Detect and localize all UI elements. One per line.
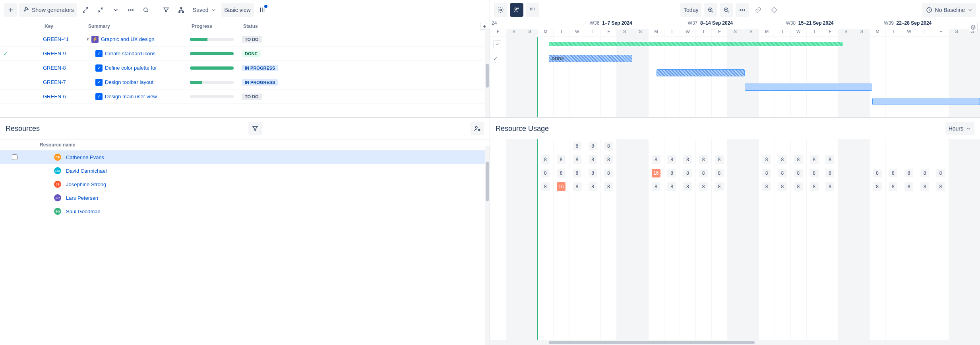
hours-chip[interactable]: 8 [715,169,724,177]
hours-chip[interactable]: 8 [683,182,692,191]
hours-chip[interactable]: 8 [889,169,897,177]
hours-chip[interactable]: 8 [604,142,613,150]
status-badge[interactable]: TO DO [242,94,262,100]
resource-name-link[interactable]: Josephine Strong [66,181,106,187]
saved-button[interactable]: Saved [190,3,220,17]
hours-chip[interactable]: 8 [573,142,581,150]
hours-chip[interactable]: 8 [589,155,597,164]
resource-name-link[interactable]: Catherine Evans [66,154,104,160]
usage-hscrollbar[interactable] [490,340,980,345]
hours-chip[interactable]: 8 [589,182,597,191]
hours-chip[interactable]: 8 [762,182,771,191]
status-badge[interactable]: DONE [242,51,261,57]
hours-chip[interactable]: 8 [873,169,882,177]
today-button[interactable]: Today [680,3,701,17]
issues-scrollbar[interactable] [485,28,490,117]
hours-chip[interactable]: 8 [778,169,787,177]
resources-filter-button[interactable] [248,122,262,135]
issue-key-link[interactable]: GREEN-41 [43,36,69,42]
hours-chip[interactable]: 8 [699,169,708,177]
issue-key-link[interactable]: GREEN-6 [43,94,66,99]
hours-chip[interactable]: 8 [810,182,819,191]
show-generators-button[interactable]: Show generators [19,3,77,17]
gantt-row[interactable] [490,94,980,109]
usage-grid[interactable]: 8888888888888888888888816888888888888888… [490,139,980,340]
col-key[interactable]: Key [43,23,87,29]
resources-settings-button[interactable] [471,122,484,135]
issue-row[interactable]: ✓ GREEN-9 ✓ Create standard icons DONE [0,47,490,61]
hours-chip[interactable]: 8 [794,182,803,191]
hours-chip[interactable]: 8 [715,182,724,191]
collapse-button[interactable] [94,3,107,17]
filter-button[interactable] [159,3,173,17]
hours-chip[interactable]: 8 [604,182,613,191]
resource-name-link[interactable]: Saul Goodman [66,209,101,214]
status-badge[interactable]: IN PROGRESS [242,79,278,86]
zoom-in-button[interactable] [704,3,717,17]
hours-chip[interactable]: 8 [604,155,613,164]
col-summary[interactable]: Summary [87,23,190,29]
hours-chip[interactable]: 8 [794,169,803,177]
hours-chip[interactable]: 8 [920,169,929,177]
hours-chip[interactable]: 8 [652,182,660,191]
hours-chip[interactable]: 8 [762,169,771,177]
baseline-button[interactable]: No Baseline [922,3,976,17]
zoom-out-button[interactable] [720,3,733,17]
hours-chip[interactable]: 8 [667,169,676,177]
hours-chip[interactable]: 8 [541,155,550,164]
transform-button[interactable] [174,3,188,17]
expand-button[interactable] [79,3,92,17]
issue-row[interactable]: GREEN-41 ▾ ⚡ Graphic and UX design TO DO [0,32,490,47]
hours-chip[interactable]: 8 [936,182,945,191]
layers-button[interactable] [969,23,978,31]
issue-row[interactable]: GREEN-8 ✓ Define color palette for IN PR… [0,61,490,75]
hours-chip[interactable]: 8 [557,169,566,177]
resource-row[interactable]: LP Lars Petersen [0,191,490,205]
resource-checkbox[interactable] [12,154,17,160]
hours-chip[interactable]: 8 [873,182,882,191]
issue-key-link[interactable]: GREEN-8 [43,65,66,71]
hours-chip[interactable]: 8 [810,155,819,164]
hours-chip[interactable]: 8 [825,169,834,177]
gantt-bar[interactable] [657,69,745,76]
resource-row[interactable]: SG Saul Goodman [0,205,490,218]
hours-chip[interactable]: 8 [683,155,692,164]
usage-unit-button[interactable]: Hours [945,122,974,135]
link-button[interactable] [751,3,765,17]
issue-key-link[interactable]: GREEN-7 [43,79,66,85]
hours-chip[interactable]: 8 [557,155,566,164]
hours-chip[interactable]: 8 [573,155,581,164]
expand-menu-button[interactable] [109,3,122,17]
gantt-bar[interactable] [549,42,843,46]
gantt-bar[interactable] [872,98,980,105]
hours-chip[interactable]: 8 [889,182,897,191]
hours-chip[interactable]: 8 [794,155,803,164]
hours-chip[interactable]: 8 [573,169,581,177]
hours-chip[interactable]: 8 [589,142,597,150]
gantt-bar[interactable] [745,84,872,91]
hours-chip[interactable]: 8 [904,169,913,177]
hours-chip[interactable]: 8 [604,169,613,177]
hours-chip[interactable]: 16 [557,182,566,191]
milestone-button[interactable] [767,3,781,17]
gantt-row[interactable] [490,80,980,94]
resource-name-link[interactable]: Lars Petersen [66,195,98,201]
resource-name-link[interactable]: David Carmichael [66,168,107,174]
issue-row[interactable]: GREEN-6 ✓ Design main user view TO DO [0,90,490,104]
hours-chip[interactable]: 8 [667,155,676,164]
hours-chip[interactable]: 8 [699,182,708,191]
hours-chip[interactable]: 8 [589,169,597,177]
columns-button[interactable] [256,3,269,17]
gantt-more-button[interactable] [736,3,749,17]
gantt-row[interactable]: ✓DONE [490,51,980,66]
hours-chip[interactable]: 8 [825,155,834,164]
gantt-row[interactable] [490,66,980,80]
basic-view-button[interactable]: Basic view [221,3,254,17]
gantt-body[interactable]: ✓DONE [490,37,980,117]
resource-row[interactable]: JS Josephine Strong [0,177,490,191]
resources-mode-button[interactable] [510,3,523,17]
gantt-row[interactable] [490,37,980,51]
hours-chip[interactable]: 8 [667,182,676,191]
hours-chip[interactable]: 16 [652,169,660,177]
resources-scrollbar[interactable] [485,146,490,345]
